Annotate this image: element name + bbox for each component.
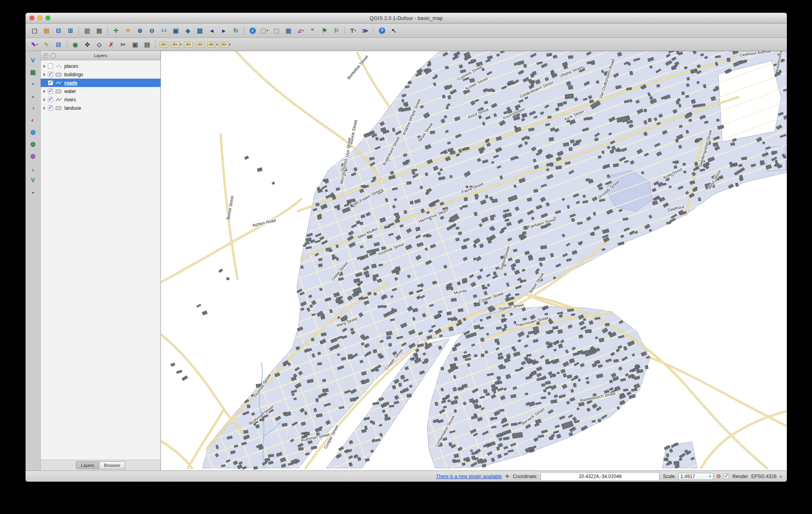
- composer-manager-button[interactable]: ▦: [93, 26, 105, 36]
- chevron-down-icon[interactable]: ▾: [709, 474, 711, 478]
- measure-line-button[interactable]: ⊿▾: [295, 26, 306, 36]
- layer-item-buildings[interactable]: buildings: [41, 70, 160, 79]
- close-button[interactable]: [30, 16, 34, 20]
- pan-map-button[interactable]: ✛: [110, 26, 122, 36]
- layer-visibility-checkbox[interactable]: [48, 97, 53, 102]
- layer-visibility-checkbox[interactable]: [48, 72, 53, 77]
- help-contents-button[interactable]: ?: [376, 26, 388, 36]
- layer-item-landuse[interactable]: landuse: [41, 104, 160, 112]
- zoom-actual-button[interactable]: 1:1: [158, 26, 170, 36]
- open-project-button[interactable]: ▤: [41, 26, 52, 36]
- layer-visibility-checkbox[interactable]: [48, 80, 53, 85]
- add-vector-layer-button[interactable]: V: [28, 55, 39, 65]
- new-shapefile-layer-button[interactable]: V: [28, 175, 39, 185]
- delete-selected-button[interactable]: ✗: [105, 39, 117, 49]
- open-attribute-table-button[interactable]: ▦: [283, 26, 294, 36]
- identify-features-button[interactable]: i: [247, 26, 258, 36]
- add-raster-layer-button[interactable]: ▦: [28, 67, 39, 77]
- expander-icon[interactable]: [44, 65, 46, 68]
- map-canvas[interactable]: Geelhout AvenueKeurboomstraatVan Oudtsho…: [161, 51, 787, 471]
- zoom-full-extent-button[interactable]: ▣: [170, 26, 182, 36]
- new-plugin-link[interactable]: There is a new plugin available: [436, 474, 502, 479]
- zoom-to-selection-button[interactable]: ◈: [182, 26, 194, 36]
- layer-item-water[interactable]: water: [41, 87, 160, 95]
- layer-visibility-checkbox[interactable]: [48, 89, 53, 94]
- deselect-features-button[interactable]: ▢: [271, 26, 282, 36]
- current-edits-button[interactable]: ✎▾: [29, 39, 40, 49]
- new-project-button[interactable]: ▢: [29, 26, 40, 36]
- label-pin-unpin-button[interactable]: abc▾: [170, 39, 182, 49]
- crs-status-icon[interactable]: ◐: [780, 473, 783, 479]
- add-spatialite-layer-button[interactable]: ◒: [28, 91, 39, 101]
- layer-item-roads[interactable]: roads: [41, 79, 160, 87]
- map-tips-button[interactable]: ❝: [307, 26, 318, 36]
- expander-icon[interactable]: [44, 81, 46, 85]
- tab-browser[interactable]: Browser: [99, 461, 125, 469]
- paste-features-button[interactable]: ▤: [141, 39, 153, 49]
- label-highlight-pinned-button[interactable]: abc: [183, 39, 194, 49]
- scale-combo[interactable]: 1:4917 ▾: [678, 473, 713, 480]
- dropdown-caret-icon[interactable]: ▾: [229, 43, 231, 46]
- add-wms-layer-button[interactable]: ◍: [28, 127, 39, 137]
- zoom-last-button[interactable]: ◂: [206, 26, 218, 36]
- add-wcs-layer-button[interactable]: ◍: [28, 139, 39, 149]
- pan-to-selection-button[interactable]: ✛: [122, 26, 134, 36]
- zoom-next-button[interactable]: ▸: [218, 26, 230, 36]
- close-panel-button[interactable]: ×: [43, 53, 48, 58]
- layers-panel-header[interactable]: × ◦ Layers: [41, 51, 160, 60]
- layer-item-places[interactable]: places: [41, 62, 160, 70]
- node-tool-button[interactable]: ◇: [93, 39, 105, 49]
- whats-this-button[interactable]: ↖: [388, 26, 400, 36]
- expander-icon[interactable]: [44, 98, 46, 101]
- label-change-properties-button[interactable]: abc▾: [219, 39, 232, 49]
- zoom-in-button[interactable]: ⊕: [134, 26, 146, 36]
- layer-item-rivers[interactable]: rivers: [41, 95, 160, 104]
- coordinate-input[interactable]: [541, 472, 660, 481]
- toggle-editing-button[interactable]: ✎: [41, 39, 52, 49]
- save-layer-edits-button[interactable]: ⊟: [53, 39, 64, 49]
- render-checkbox[interactable]: [724, 474, 729, 479]
- layer-visibility-checkbox[interactable]: [48, 105, 53, 111]
- add-wfs-layer-button[interactable]: ◍: [28, 151, 39, 161]
- dropdown-caret-icon[interactable]: ▾: [180, 43, 182, 46]
- move-feature-button[interactable]: ✜: [81, 39, 93, 49]
- add-mssql-layer-button[interactable]: ◑: [28, 103, 39, 113]
- zoom-to-layer-button[interactable]: ▧: [194, 26, 206, 36]
- add-postgis-layer-button[interactable]: ◓: [28, 79, 39, 89]
- layer-labeling-options-button[interactable]: abc: [158, 39, 170, 49]
- dropdown-caret-icon[interactable]: ▾: [355, 29, 356, 32]
- new-spatialite-layer-button[interactable]: ◒: [28, 187, 39, 197]
- add-delimited-text-layer-button[interactable]: ,: [28, 163, 39, 173]
- python-console-button[interactable]: ≫: [359, 26, 371, 36]
- show-bookmarks-button[interactable]: ⚐: [331, 26, 342, 36]
- label-move-button[interactable]: abc: [195, 39, 206, 49]
- text-annotation-button[interactable]: T▾: [347, 26, 359, 36]
- select-features-button[interactable]: ▢▾: [259, 26, 270, 36]
- zoom-out-button[interactable]: ⊖: [146, 26, 158, 36]
- dropdown-caret-icon[interactable]: ▾: [36, 43, 38, 46]
- layer-visibility-checkbox[interactable]: [48, 63, 53, 69]
- dropdown-caret-icon[interactable]: ▾: [267, 29, 268, 32]
- zoom-button[interactable]: [46, 16, 50, 20]
- float-panel-button[interactable]: ◦: [51, 53, 56, 58]
- label-rotate-button[interactable]: abc▾: [207, 39, 219, 49]
- save-project-as-button[interactable]: ⊞: [65, 26, 76, 36]
- plugin-icon[interactable]: ❖: [505, 473, 510, 479]
- add-feature-button[interactable]: ◉: [69, 39, 81, 49]
- expander-icon[interactable]: [44, 107, 46, 110]
- dropdown-caret-icon[interactable]: ▾: [216, 43, 218, 46]
- dropdown-caret-icon[interactable]: ▾: [302, 29, 304, 32]
- minimize-button[interactable]: [38, 16, 42, 20]
- expander-icon[interactable]: [44, 73, 46, 76]
- tab-layers[interactable]: Layers: [76, 461, 99, 469]
- add-oracle-layer-button[interactable]: ◐: [28, 115, 39, 125]
- new-print-composer-button[interactable]: ▥: [81, 26, 93, 36]
- stop-render-icon[interactable]: ❂: [717, 473, 721, 479]
- new-bookmark-button[interactable]: ⚑: [319, 26, 330, 36]
- expander-icon[interactable]: [44, 90, 46, 93]
- refresh-map-button[interactable]: ↻: [230, 26, 242, 36]
- title-bar[interactable]: QGIS 2.0.1-Dufour - basic_map: [26, 13, 787, 24]
- copy-features-button[interactable]: ▣: [129, 39, 141, 49]
- cut-features-button[interactable]: ✂: [117, 39, 129, 49]
- save-project-button[interactable]: ⊟: [53, 26, 64, 36]
